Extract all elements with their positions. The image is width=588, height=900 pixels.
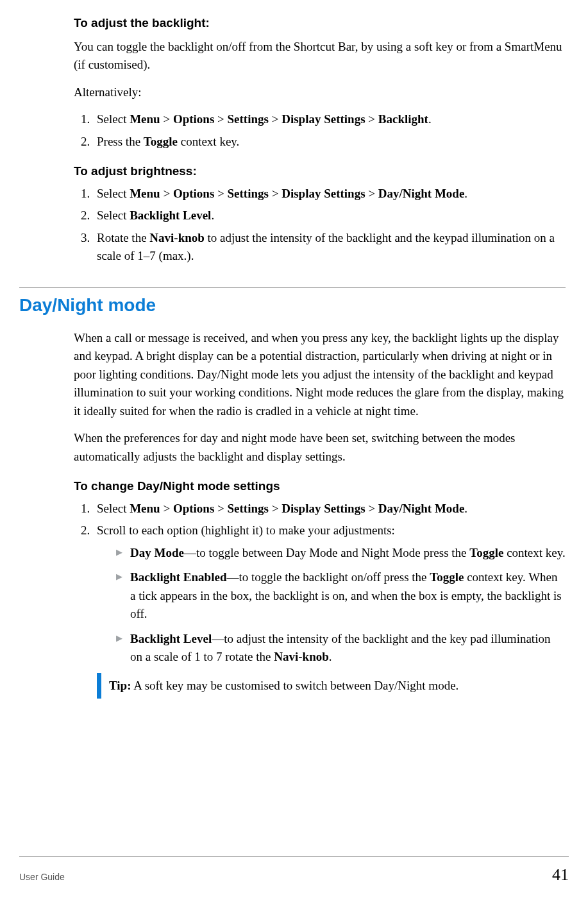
menu-path-item: Settings bbox=[228, 502, 269, 515]
options-list: Day Mode—to toggle between Day Mode and … bbox=[97, 544, 566, 667]
menu-path-item: Day/Night Mode bbox=[378, 187, 465, 200]
section-rule bbox=[19, 287, 566, 288]
text: context key. bbox=[178, 135, 239, 148]
page-number: 41 bbox=[552, 862, 569, 887]
list-item: Backlight Enabled—to toggle the backligh… bbox=[116, 568, 566, 624]
adjust-backlight-intro: You can toggle the backlight on/off from… bbox=[74, 38, 566, 74]
adjust-backlight-alt: Alternatively: bbox=[74, 83, 566, 102]
sep: > bbox=[365, 112, 378, 126]
control-name: Navi-knob bbox=[274, 650, 329, 663]
menu-item: Backlight Level bbox=[130, 208, 211, 222]
adjust-backlight-steps: Select Menu > Options > Settings > Displ… bbox=[74, 110, 566, 151]
list-item: Select Menu > Options > Settings > Displ… bbox=[93, 500, 566, 518]
tip-callout: Tip: A soft key may be customised to swi… bbox=[97, 673, 566, 699]
list-item: Day Mode—to toggle between Day Mode and … bbox=[116, 544, 566, 563]
list-item: Select Backlight Level. bbox=[93, 207, 566, 225]
menu-path-item: Display Settings bbox=[281, 187, 365, 200]
option-name: Backlight Level bbox=[130, 632, 212, 645]
adjust-backlight-heading: To adjust the backlight: bbox=[74, 14, 566, 33]
list-item: Press the Toggle context key. bbox=[93, 133, 566, 151]
text: Press the bbox=[97, 135, 144, 148]
menu-path-item: Menu bbox=[130, 187, 160, 200]
menu-path-item: Options bbox=[173, 502, 214, 515]
text: Select bbox=[97, 112, 130, 126]
menu-path-item: Menu bbox=[130, 112, 160, 126]
text: context key. bbox=[503, 546, 565, 559]
menu-path-item: Display Settings bbox=[281, 502, 365, 515]
adjust-brightness-heading: To adjust brightness: bbox=[74, 162, 566, 181]
key-name: Toggle bbox=[469, 546, 503, 559]
day-night-p1: When a call or message is received, and … bbox=[74, 329, 566, 421]
text: Select bbox=[97, 502, 130, 515]
page: To adjust the backlight: You can toggle … bbox=[0, 0, 588, 900]
text: Rotate the bbox=[97, 231, 149, 244]
option-name: Day Mode bbox=[130, 546, 184, 559]
sep: > bbox=[214, 502, 227, 515]
sep: > bbox=[365, 502, 378, 515]
key-name: Toggle bbox=[144, 135, 178, 148]
list-item: Backlight Level—to adjust the intensity … bbox=[116, 630, 566, 667]
menu-path-item: Backlight bbox=[378, 112, 428, 126]
menu-path-item: Options bbox=[173, 112, 214, 126]
text: Select bbox=[97, 187, 130, 200]
menu-path-item: Settings bbox=[228, 187, 269, 200]
menu-path-item: Settings bbox=[228, 112, 269, 126]
page-footer: User Guide 41 bbox=[19, 856, 569, 887]
sep: > bbox=[365, 187, 378, 200]
sep: > bbox=[269, 502, 281, 515]
content: To adjust the backlight: You can toggle … bbox=[19, 0, 569, 699]
change-day-night-steps: Select Menu > Options > Settings > Displ… bbox=[74, 500, 566, 699]
menu-path-item: Day/Night Mode bbox=[378, 502, 465, 515]
sep: > bbox=[214, 187, 227, 200]
text: Select bbox=[97, 208, 130, 222]
sep: > bbox=[214, 112, 227, 126]
key-name: Toggle bbox=[430, 570, 464, 584]
text: . bbox=[211, 208, 214, 222]
text: Scroll to each option (highlight it) to … bbox=[97, 523, 395, 537]
day-night-p2: When the preferences for day and night m… bbox=[74, 429, 566, 466]
menu-path-item: Options bbox=[173, 187, 214, 200]
text: . bbox=[329, 650, 332, 663]
control-name: Navi-knob bbox=[149, 231, 205, 244]
footer-left: User Guide bbox=[19, 870, 65, 884]
list-item: Scroll to each option (highlight it) to … bbox=[93, 522, 566, 699]
menu-path-item: Display Settings bbox=[281, 112, 365, 126]
text: —to toggle between Day Mode and Night Mo… bbox=[184, 546, 469, 559]
change-day-night-heading: To change Day/Night mode settings bbox=[74, 477, 566, 496]
adjust-brightness-steps: Select Menu > Options > Settings > Displ… bbox=[74, 185, 566, 266]
list-item: Select Menu > Options > Settings > Displ… bbox=[93, 185, 566, 203]
option-name: Backlight Enabled bbox=[130, 570, 226, 584]
sep: > bbox=[160, 502, 173, 515]
day-night-mode-title: Day/Night mode bbox=[19, 292, 566, 319]
sep: > bbox=[269, 187, 281, 200]
menu-path-item: Menu bbox=[130, 502, 160, 515]
list-item: Rotate the Navi-knob to adjust the inten… bbox=[93, 229, 566, 266]
tip-label: Tip: bbox=[109, 679, 131, 692]
sep: > bbox=[160, 112, 173, 126]
text: —to toggle the backlight on/off press th… bbox=[226, 570, 430, 584]
sep: > bbox=[160, 187, 173, 200]
tip-text: A soft key may be customised to switch b… bbox=[131, 679, 459, 692]
sep: > bbox=[269, 112, 281, 126]
list-item: Select Menu > Options > Settings > Displ… bbox=[93, 110, 566, 129]
